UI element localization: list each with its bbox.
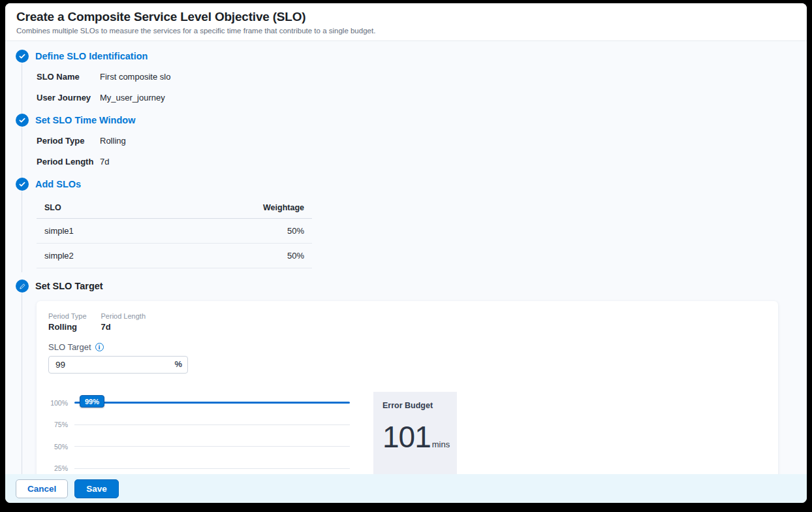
tick-label: 100% xyxy=(48,399,68,407)
period-length-summary: Period Length 7d xyxy=(101,312,146,332)
period-length-label: Period Length xyxy=(101,312,146,320)
create-composite-slo-page: Create a Composite Service Level Objecti… xyxy=(5,3,807,503)
slo-name-value: First composite slo xyxy=(100,72,170,82)
period-length-value: 7d xyxy=(100,157,109,167)
page-header: Create a Composite Service Level Objecti… xyxy=(5,3,807,41)
stepper-connector xyxy=(22,293,22,474)
step-set-slo-time-window: Set SLO Time Window Period Type Rolling … xyxy=(16,113,796,177)
stepper-connector xyxy=(22,63,22,117)
period-summary: Period Type Rolling Period Length 7d xyxy=(48,312,766,332)
slo-name-cell: simple2 xyxy=(37,244,158,268)
field-row-period-length: Period Length 7d xyxy=(37,157,796,167)
info-icon[interactable]: i xyxy=(95,343,104,351)
save-button[interactable]: Save xyxy=(74,479,119,498)
period-type-summary: Period Type Rolling xyxy=(48,312,87,332)
tick-label: 50% xyxy=(48,443,68,451)
period-type-value: Rolling xyxy=(48,322,87,332)
check-icon xyxy=(16,50,29,63)
period-length-value: 7d xyxy=(101,322,146,332)
chart-tick-75: 75% xyxy=(48,414,350,436)
tick-label: 25% xyxy=(48,464,68,472)
weightage-column-header: Weightage xyxy=(158,198,312,219)
slo-name-cell: simple1 xyxy=(37,219,158,244)
slo-target-chart-row: 100% 99% 75% 50% xyxy=(48,392,766,474)
slo-target-input[interactable] xyxy=(48,356,188,374)
footer-actions: Cancel Save xyxy=(5,474,807,503)
check-icon xyxy=(16,178,29,191)
table-row: simple2 50% xyxy=(37,244,312,268)
field-row-user-journey: User Journey My_user_journey xyxy=(37,93,796,103)
period-type-value: Rolling xyxy=(100,136,126,146)
weightage-cell: 50% xyxy=(158,219,312,244)
tick-label: 75% xyxy=(48,421,68,428)
check-icon xyxy=(16,114,29,127)
weightage-cell: 50% xyxy=(158,244,312,268)
slo-target-card: Period Type Rolling Period Length 7d SLO… xyxy=(37,301,778,474)
error-budget-value: 101 xyxy=(383,419,431,455)
step-define-slo-identification: Define SLO Identification SLO Name First… xyxy=(16,49,796,113)
step-title-add-slos[interactable]: Add SLOs xyxy=(35,179,81,189)
error-budget-unit: mins xyxy=(432,440,450,449)
page-title: Create a Composite Service Level Objecti… xyxy=(16,10,796,24)
stepper-connector xyxy=(22,191,22,272)
step-title-set-slo-target: Set SLO Target xyxy=(35,281,103,291)
slo-column-header: SLO xyxy=(37,198,158,219)
chart-tick-50: 50% xyxy=(48,436,350,458)
slo-target-label: SLO Target xyxy=(48,342,91,352)
chart-tick-100: 100% 99% xyxy=(48,392,350,414)
page-subtitle: Combines multiple SLOs to measure the se… xyxy=(16,27,796,35)
step-set-slo-target: Set SLO Target Period Type Rolling Perio… xyxy=(16,279,796,474)
slo-target-label-row: SLO Target i xyxy=(48,342,766,352)
slo-target-chart: 100% 99% 75% 50% xyxy=(48,392,350,474)
target-slider-handle[interactable]: 99% xyxy=(80,395,104,408)
step-title-define-slo-identification[interactable]: Define SLO Identification xyxy=(35,51,148,61)
step-title-set-slo-time-window[interactable]: Set SLO Time Window xyxy=(35,115,135,125)
user-journey-label: User Journey xyxy=(37,93,100,103)
error-budget-panel: Error Budget 101 mins xyxy=(373,392,457,474)
table-row: simple1 50% xyxy=(37,219,312,244)
field-row-slo-name: SLO Name First composite slo xyxy=(37,72,796,82)
slo-target-input-wrap: % xyxy=(48,356,188,374)
period-length-label: Period Length xyxy=(37,157,100,167)
target-slider-track[interactable] xyxy=(74,402,350,404)
cancel-button[interactable]: Cancel xyxy=(16,479,68,498)
period-type-label: Period Type xyxy=(48,312,87,320)
pencil-icon xyxy=(16,280,29,293)
stepper-connector xyxy=(22,127,22,181)
added-slos-table: SLO Weightage simple1 50% simple2 50% xyxy=(37,198,312,268)
wizard-content: Define SLO Identification SLO Name First… xyxy=(5,41,807,474)
step-add-slos: Add SLOs SLO Weightage simple1 50% simpl… xyxy=(16,177,796,268)
field-row-period-type: Period Type Rolling xyxy=(37,136,796,146)
percent-suffix: % xyxy=(174,359,182,369)
error-budget-label: Error Budget xyxy=(383,401,448,410)
period-type-label: Period Type xyxy=(37,136,100,146)
user-journey-value: My_user_journey xyxy=(100,93,165,103)
slo-name-label: SLO Name xyxy=(37,72,100,82)
chart-tick-25: 25% xyxy=(48,458,350,475)
